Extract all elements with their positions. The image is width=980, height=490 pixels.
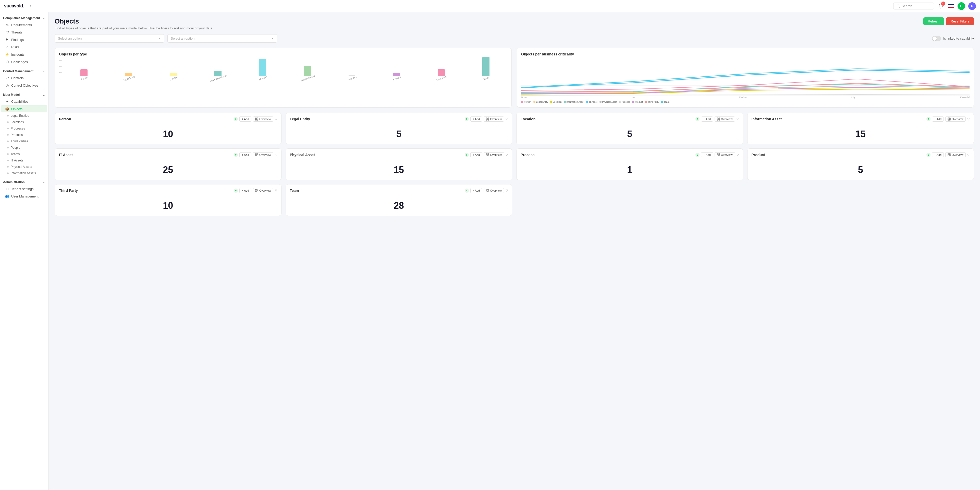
filter-icon-process[interactable]: ▽	[737, 153, 739, 156]
filter-icon-product[interactable]: ▽	[967, 153, 969, 156]
object-card-actions-team: 0 + Add Overview ▽	[465, 188, 508, 193]
add-button-person[interactable]: + Add	[239, 117, 251, 121]
filter-icon-location[interactable]: ▽	[737, 117, 739, 121]
header-actions: Refresh Reset Filters	[923, 18, 974, 25]
sidebar-item-user-management[interactable]: 👥 User Management	[1, 193, 47, 200]
line-chart-svg	[521, 65, 969, 96]
sidebar-section-metamodel[interactable]: Meta Model ▲	[0, 91, 48, 97]
sidebar-item-capabilities[interactable]: ✦ Capabilities	[1, 98, 47, 105]
sidebar-sub-item-people[interactable]: People	[1, 145, 47, 151]
star-icon: ✦	[5, 99, 9, 104]
add-button-third-party[interactable]: + Add	[239, 188, 251, 193]
sidebar-collapse-button[interactable]	[27, 3, 33, 9]
main-content: Objects Find all types of objects that a…	[48, 12, 980, 490]
filter-icon-legal-entity[interactable]: ▽	[506, 117, 508, 121]
bar-process: Process	[330, 75, 373, 80]
svg-rect-11	[486, 119, 487, 120]
sidebar-item-control-objectives[interactable]: ◎ Control Objectives	[1, 82, 47, 89]
add-button-physical-asset[interactable]: + Add	[470, 152, 482, 157]
svg-rect-8	[257, 119, 258, 120]
bar-information-asset: Information Asset	[197, 71, 240, 80]
overview-button-information-asset[interactable]: Overview	[945, 117, 966, 121]
refresh-button[interactable]: Refresh	[923, 18, 944, 25]
search-bar[interactable]: Search	[893, 3, 934, 10]
sidebar-sub-item-locations[interactable]: Locations	[1, 119, 47, 125]
language-selector[interactable]	[947, 3, 955, 10]
svg-rect-10	[488, 118, 489, 119]
user-avatar[interactable]: U	[968, 2, 976, 10]
add-button-process[interactable]: + Add	[701, 152, 713, 157]
notifications-button[interactable]: 43	[937, 3, 944, 10]
object-card-badge-legal-entity: 0	[465, 117, 469, 121]
add-button-information-asset[interactable]: + Add	[932, 117, 944, 121]
sidebar-section-administration[interactable]: Administration ▲	[0, 178, 48, 185]
object-card-actions-it-asset: 0 + Add Overview ▽	[234, 152, 277, 157]
filter-icon-person[interactable]: ▽	[275, 117, 277, 121]
shield-icon: 🛡	[5, 30, 9, 34]
overview-button-product[interactable]: Overview	[945, 152, 966, 157]
sidebar-sub-item-legal-entities[interactable]: Legal Entities	[1, 113, 47, 119]
flag-icon: ⚑	[5, 38, 9, 41]
sidebar-sub-item-information-assets[interactable]: Information Assets	[1, 170, 47, 176]
overview-button-it-asset[interactable]: Overview	[253, 152, 273, 157]
filter-select-2[interactable]: Select an option ▼	[167, 34, 277, 43]
line-chart	[521, 65, 969, 96]
sidebar-item-challenges[interactable]: ⬡ Challenges	[1, 58, 47, 65]
object-card-count-it-asset: 25	[59, 160, 277, 176]
sidebar-item-incidents[interactable]: ⚡ Incidents	[1, 51, 47, 58]
overview-button-physical-asset[interactable]: Overview	[484, 152, 504, 157]
sidebar-item-tenant-settings[interactable]: ⊟ Tenant settings	[1, 185, 47, 192]
svg-rect-44	[488, 191, 489, 192]
object-card-person: Person 0 + Add Overview ▽ 10	[55, 113, 282, 144]
toggle-label: Is linked to capability	[943, 37, 974, 40]
filter-icon-it-asset[interactable]: ▽	[275, 153, 277, 156]
sidebar-sub-item-physical-assets[interactable]: Physical Assets	[1, 164, 47, 170]
filter-icon-third-party[interactable]: ▽	[275, 189, 277, 192]
line-chart-y-labels	[521, 59, 969, 64]
overview-button-team[interactable]: Overview	[484, 188, 504, 193]
sidebar-section-compliance[interactable]: Compliance Management ▲	[0, 14, 48, 21]
object-card-badge-location: 0	[695, 117, 700, 121]
add-button-it-asset[interactable]: + Add	[239, 152, 251, 157]
svg-rect-27	[486, 155, 487, 156]
overview-button-legal-entity[interactable]: Overview	[484, 117, 504, 121]
svg-rect-19	[948, 119, 949, 120]
capability-toggle[interactable]	[932, 36, 941, 41]
object-card-actions-process: 0 + Add Overview ▽	[695, 152, 738, 157]
sidebar-section-control[interactable]: Control Management ▲	[0, 67, 48, 74]
add-button-legal-entity[interactable]: + Add	[470, 117, 482, 121]
add-button-location[interactable]: + Add	[701, 117, 713, 121]
object-card-actions-location: 0 + Add Overview ▽	[695, 117, 738, 121]
overview-button-process[interactable]: Overview	[714, 152, 735, 157]
sidebar-item-findings[interactable]: ⚑ Findings	[1, 36, 47, 43]
sidebar-item-threats[interactable]: 🛡 Threats	[1, 29, 47, 36]
user-avatar-green[interactable]: G	[958, 2, 965, 10]
capability-toggle-row: Is linked to capability	[932, 36, 974, 41]
sidebar-sub-item-processes[interactable]: Processes	[1, 125, 47, 132]
sidebar-sub-item-it-assets[interactable]: IT Assets	[1, 157, 47, 163]
sidebar-sub-item-teams[interactable]: Teams	[1, 151, 47, 157]
filter-icon-information-asset[interactable]: ▽	[967, 117, 969, 121]
sidebar-item-risks[interactable]: ⚠ Risks	[1, 43, 47, 51]
object-card-header-location: Location 0 + Add Overview ▽	[520, 117, 739, 121]
main-layout: Compliance Management ▲ ⚖ Requirements 🛡…	[0, 12, 980, 490]
overview-button-person[interactable]: Overview	[253, 117, 273, 121]
add-button-product[interactable]: + Add	[932, 152, 944, 157]
reset-filters-button[interactable]: Reset Filters	[946, 18, 974, 25]
filter-select-1[interactable]: Select an option ▼	[55, 34, 164, 43]
sidebar-sub-item-third-parties[interactable]: Third Parties	[1, 138, 47, 144]
sidebar-sub-item-products[interactable]: Products	[1, 132, 47, 138]
chevron-up-icon: ▲	[43, 17, 45, 20]
bolt-icon: ⚡	[5, 53, 9, 56]
add-button-team[interactable]: + Add	[470, 188, 482, 193]
overview-button-location[interactable]: Overview	[714, 117, 735, 121]
svg-rect-32	[719, 155, 720, 156]
svg-rect-35	[948, 155, 949, 156]
sidebar-item-objects[interactable]: 📦 Objects	[1, 105, 47, 112]
sidebar-item-requirements[interactable]: ⚖ Requirements	[1, 21, 47, 28]
overview-button-third-party[interactable]: Overview	[253, 188, 273, 193]
sub-dot-icon	[7, 121, 9, 123]
filter-icon-physical-asset[interactable]: ▽	[506, 153, 508, 156]
filter-icon-team[interactable]: ▽	[506, 189, 508, 192]
sidebar-item-controls[interactable]: 🛡 Controls	[1, 74, 47, 81]
